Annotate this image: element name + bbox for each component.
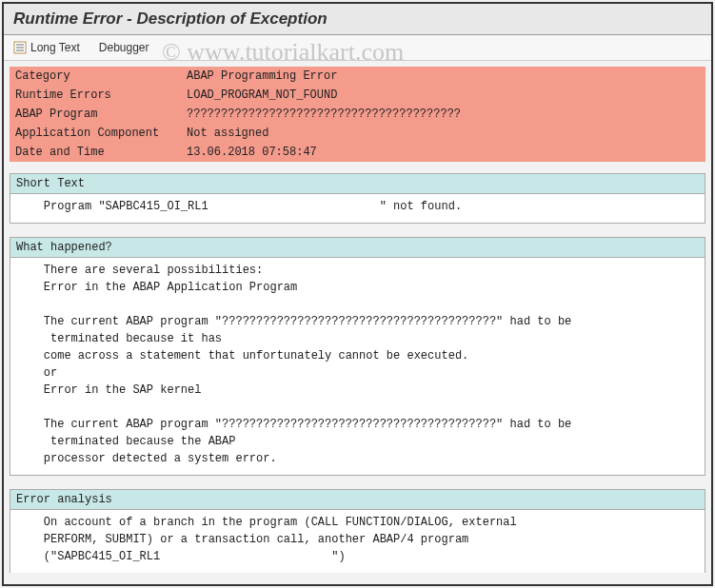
info-row: Runtime ErrorsLOAD_PROGRAM_NOT_FOUND bbox=[10, 86, 705, 105]
short-text-body: Program "SAPBC415_OI_RL1 " not found. bbox=[10, 194, 705, 223]
short-text-section: Short Text Program "SAPBC415_OI_RL1 " no… bbox=[10, 173, 705, 224]
info-label: ABAP Program bbox=[10, 105, 181, 124]
toolbar: Long Text Debugger bbox=[4, 35, 711, 61]
error-analysis-body: On account of a branch in the program (C… bbox=[10, 510, 705, 573]
info-label: Application Component bbox=[10, 124, 181, 143]
info-label: Runtime Errors bbox=[10, 86, 181, 105]
info-table: CategoryABAP Programming ErrorRuntime Er… bbox=[10, 67, 705, 162]
info-row: Date and Time13.06.2018 07:58:47 bbox=[10, 143, 705, 162]
what-happened-section: What happened? There are several possibi… bbox=[10, 237, 705, 476]
long-text-label: Long Text bbox=[30, 41, 80, 54]
content-area: CategoryABAP Programming ErrorRuntime Er… bbox=[4, 61, 711, 578]
info-row: Application ComponentNot assigned bbox=[10, 124, 705, 143]
info-value: ABAP Programming Error bbox=[181, 67, 705, 86]
debugger-label: Debugger bbox=[99, 41, 149, 54]
page-title: Runtime Error - Description of Exception bbox=[4, 4, 711, 35]
info-label: Date and Time bbox=[10, 143, 181, 162]
info-label: Category bbox=[10, 67, 181, 86]
info-value: LOAD_PROGRAM_NOT_FOUND bbox=[181, 86, 705, 105]
info-value: Not assigned bbox=[181, 124, 705, 143]
long-text-icon bbox=[13, 41, 27, 54]
info-row: CategoryABAP Programming Error bbox=[10, 67, 705, 86]
info-row: ABAP Program????????????????????????????… bbox=[10, 105, 705, 124]
what-happened-header: What happened? bbox=[10, 238, 705, 258]
what-happened-body: There are several possibilities: Error i… bbox=[10, 258, 705, 475]
error-analysis-section: Error analysis On account of a branch in… bbox=[10, 489, 705, 573]
short-text-header: Short Text bbox=[10, 174, 705, 194]
long-text-button[interactable]: Long Text bbox=[13, 41, 80, 54]
debugger-button[interactable]: Debugger bbox=[99, 41, 149, 54]
error-analysis-header: Error analysis bbox=[10, 490, 705, 510]
info-value: ???????????????????????????????????????? bbox=[181, 105, 705, 124]
info-value: 13.06.2018 07:58:47 bbox=[181, 143, 705, 162]
